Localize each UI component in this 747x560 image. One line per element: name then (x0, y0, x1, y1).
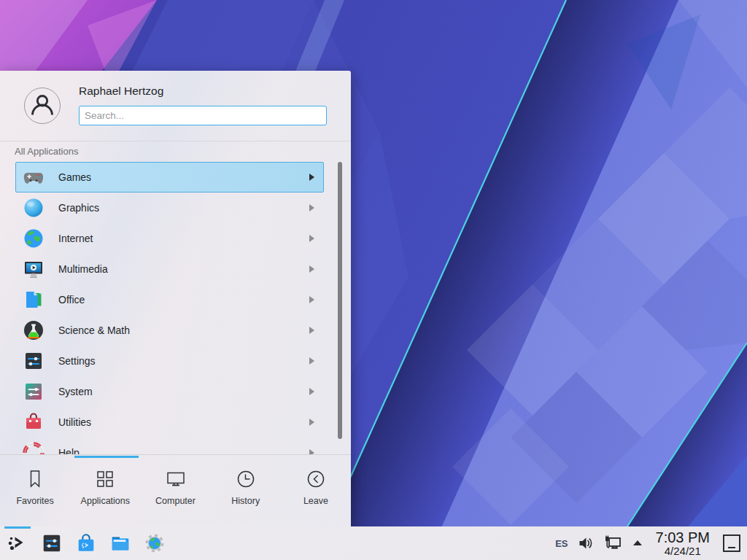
clock-time: 7:03 PM (656, 530, 710, 545)
category-label: Science & Math (58, 324, 309, 336)
office-icon (22, 288, 45, 311)
submenu-arrow-icon (309, 449, 314, 454)
help-icon (22, 441, 45, 454)
tab-label: Favorites (16, 496, 53, 506)
search-input[interactable] (79, 106, 327, 125)
discover-button[interactable] (74, 532, 98, 555)
graphics-icon (22, 196, 45, 219)
category-label: Internet (58, 233, 309, 244)
tab-leave[interactable]: Leave (281, 468, 351, 526)
category-label: Games (58, 171, 309, 183)
tab-label: Leave (303, 496, 328, 506)
clock-icon (235, 468, 257, 490)
submenu-arrow-icon (309, 174, 314, 181)
leave-back-icon (305, 468, 327, 490)
user-name: Raphael Hertzog (79, 85, 163, 98)
show-desktop-button[interactable] (722, 534, 741, 553)
category-internet[interactable]: Internet (15, 223, 324, 254)
kde-launcher-icon (7, 532, 28, 554)
digital-clock[interactable]: 7:03 PM 4/24/21 (656, 530, 710, 557)
clock-date: 4/24/21 (665, 545, 701, 557)
volume-icon[interactable] (578, 535, 594, 551)
category-science-math[interactable]: Science & Math (15, 315, 324, 346)
tab-label: History (231, 496, 260, 506)
science-icon (22, 319, 45, 342)
submenu-arrow-icon (309, 388, 314, 395)
tab-applications[interactable]: Applications (70, 468, 140, 526)
file-manager-button[interactable] (109, 532, 132, 555)
category-label: Multimedia (58, 263, 309, 275)
system-icon (22, 380, 45, 403)
submenu-arrow-icon (309, 327, 314, 334)
grid-icon (94, 468, 116, 490)
category-graphics[interactable]: Graphics (15, 192, 324, 223)
taskbar-panel: ES 7:03 PM 4/24/21 (0, 526, 747, 560)
user-avatar-icon[interactable] (24, 88, 61, 124)
category-system[interactable]: System (15, 376, 324, 407)
category-label: System (58, 386, 309, 397)
category-label: Help (58, 447, 309, 454)
application-launcher-menu: Raphael Hertzog All Applications Games (0, 71, 351, 526)
expand-tray-caret-icon[interactable] (632, 539, 643, 548)
launcher-header: Raphael Hertzog (0, 71, 351, 141)
launcher-footer: Favorites Applications (0, 454, 351, 526)
tab-favorites[interactable]: Favorites (0, 468, 70, 526)
tab-label: Applications (81, 496, 130, 506)
web-browser-icon (144, 532, 166, 554)
desktop: Raphael Hertzog All Applications Games (0, 0, 747, 560)
submenu-arrow-icon (309, 204, 314, 211)
category-label: Settings (58, 355, 309, 367)
submenu-arrow-icon (309, 357, 314, 365)
category-label: Graphics (58, 202, 309, 214)
utilities-icon (22, 411, 45, 434)
system-settings-button[interactable] (40, 532, 63, 555)
file-manager-icon (109, 532, 131, 554)
tab-computer[interactable]: Computer (140, 468, 210, 526)
submenu-arrow-icon (309, 265, 314, 273)
submenu-arrow-icon (309, 419, 314, 426)
tab-label: Computer (155, 496, 196, 506)
wired-network-icon[interactable] (603, 534, 622, 552)
keyboard-layout-indicator[interactable]: ES (555, 538, 568, 549)
settings-icon (22, 349, 45, 373)
category-office[interactable]: Office (15, 284, 324, 315)
discover-store-icon (75, 532, 97, 554)
bookmark-icon (24, 468, 46, 490)
submenu-arrow-icon (309, 296, 314, 303)
monitor-icon (165, 468, 187, 490)
web-browser-button[interactable] (143, 532, 166, 555)
category-settings[interactable]: Settings (15, 346, 324, 376)
category-label: Office (58, 294, 309, 306)
category-utilities[interactable]: Utilities (15, 407, 324, 438)
list-scrollbar[interactable] (338, 162, 342, 439)
category-multimedia[interactable]: Multimedia (15, 254, 324, 284)
kde-launcher-button[interactable] (6, 532, 29, 555)
submenu-arrow-icon (309, 235, 314, 242)
category-list: Games Graphics (0, 162, 351, 454)
active-tab-indicator (74, 456, 139, 458)
system-tray: ES 7:03 PM 4/24/21 (555, 526, 747, 560)
category-label: Utilities (58, 416, 309, 428)
category-games[interactable]: Games (15, 162, 324, 192)
multimedia-icon (22, 257, 45, 281)
games-icon (22, 166, 45, 189)
tab-history[interactable]: History (211, 468, 281, 526)
section-label: All Applications (15, 146, 78, 157)
internet-icon (22, 227, 45, 250)
category-help[interactable]: Help (15, 438, 324, 454)
taskbar-launchers (0, 532, 166, 555)
active-task-indicator (4, 526, 31, 529)
system-settings-icon (41, 532, 63, 554)
